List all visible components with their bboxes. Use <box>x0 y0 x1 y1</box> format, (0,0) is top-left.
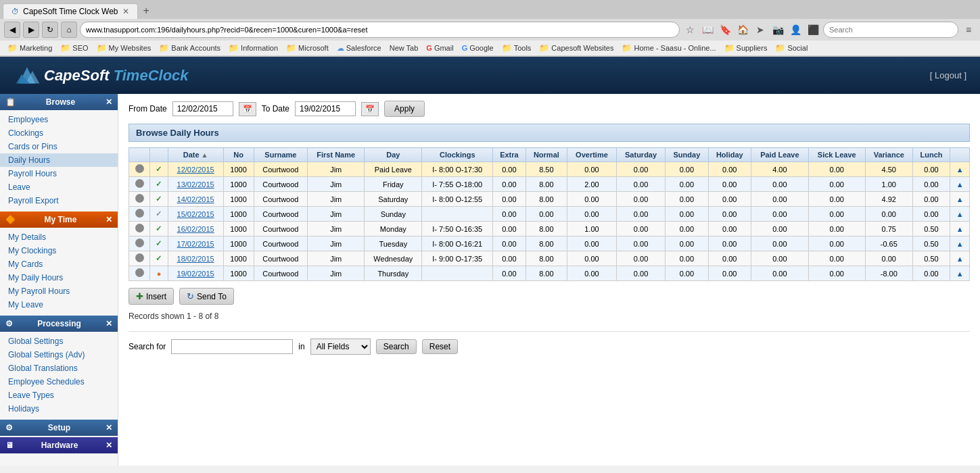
status-circle-cell[interactable] <box>129 162 150 177</box>
bookmark-microsoft[interactable]: 📁Microsoft <box>283 42 332 54</box>
sidebar-link-global-settings-adv[interactable]: Global Settings (Adv) <box>0 348 118 362</box>
browser-tab[interactable]: ⏱ CapeSoft Time Clock Web ✕ <box>3 3 138 19</box>
search-input[interactable] <box>171 339 293 354</box>
sidebar-link-my-leave[interactable]: My Leave <box>0 298 118 312</box>
bookmark-capesoft[interactable]: 📁Capesoft Websites <box>536 42 617 54</box>
bookmark-suppliers[interactable]: 📁Suppliers <box>721 42 771 54</box>
sidebar-link-payroll-export[interactable]: Payroll Export <box>0 194 118 207</box>
apply-button[interactable]: Apply <box>384 101 425 117</box>
bookmark-seo[interactable]: 📁SEO <box>57 42 91 54</box>
sidebar-link-global-translations[interactable]: Global Translations <box>0 362 118 375</box>
bookmark-google[interactable]: GGoogle <box>459 43 497 53</box>
row-action-cell[interactable]: ▲ <box>950 222 970 236</box>
status-circle-cell[interactable] <box>129 177 150 192</box>
to-date-input[interactable] <box>295 101 356 116</box>
status-check-cell[interactable]: ✓ <box>150 207 168 222</box>
bookmark-information[interactable]: 📁Information <box>225 42 281 54</box>
date-cell[interactable]: 16/02/2015 <box>168 222 223 236</box>
date-cell[interactable]: 19/02/2015 <box>168 266 223 281</box>
reading-mode-icon[interactable]: 📖 <box>700 22 715 37</box>
tab-close-button[interactable]: ✕ <box>122 7 129 16</box>
back-button[interactable]: ◀ <box>4 22 20 38</box>
sidebar-link-holidays[interactable]: Holidays <box>0 402 118 416</box>
sidebar-link-global-settings[interactable]: Global Settings <box>0 334 118 348</box>
search-button[interactable]: Search <box>376 339 417 354</box>
reset-button[interactable]: Reset <box>422 339 458 354</box>
home-icon[interactable]: 🏠 <box>735 22 750 37</box>
row-action-cell[interactable]: ▲ <box>950 177 970 192</box>
row-action-cell[interactable]: ▲ <box>950 236 970 251</box>
new-tab-button[interactable]: + <box>138 2 155 20</box>
extension-icon[interactable]: ⬛ <box>806 22 820 37</box>
date-cell[interactable]: 13/02/2015 <box>168 177 223 192</box>
profile-icon[interactable]: 👤 <box>788 22 803 37</box>
share-icon[interactable]: ➤ <box>753 22 768 37</box>
status-circle-cell[interactable] <box>129 207 150 222</box>
bookmark-star-icon[interactable]: ☆ <box>682 22 697 37</box>
sidebar-header-hardware[interactable]: 🖥 Hardware ✕ <box>0 437 118 453</box>
sidebar-header-browse[interactable]: 📋 Browse ✕ <box>0 94 118 110</box>
insert-button[interactable]: ✚ Insert <box>129 288 174 305</box>
sidebar-link-my-clockings[interactable]: My Clockings <box>0 244 118 257</box>
sidebar-link-my-daily-hours[interactable]: My Daily Hours <box>0 271 118 284</box>
date-cell[interactable]: 12/02/2015 <box>168 162 223 177</box>
bookmark-gmail[interactable]: GGmail <box>423 43 457 53</box>
bookmark-bank[interactable]: 📁Bank Accounts <box>156 42 224 54</box>
bookmark-social[interactable]: 📁Social <box>772 42 811 54</box>
bookmark-tools[interactable]: 📁Tools <box>498 42 535 54</box>
sidebar-link-cards-pins[interactable]: Cards or Pins <box>0 140 118 153</box>
row-action-cell[interactable]: ▲ <box>950 251 970 266</box>
sidebar-header-processing[interactable]: ⚙ Processing ✕ <box>0 316 118 332</box>
from-date-input[interactable] <box>172 101 233 116</box>
row-action-cell[interactable]: ▲ <box>950 192 970 207</box>
row-action-cell[interactable]: ▲ <box>950 162 970 177</box>
status-circle-cell[interactable] <box>129 192 150 207</box>
status-circle-cell[interactable] <box>129 236 150 251</box>
bookmark-mywebsites[interactable]: 📁My Websites <box>93 42 155 54</box>
sidebar-link-my-cards[interactable]: My Cards <box>0 257 118 271</box>
status-circle-cell[interactable] <box>129 222 150 236</box>
sidebar-link-my-details[interactable]: My Details <box>0 230 118 244</box>
browser-search-input[interactable] <box>823 22 958 38</box>
logout-button[interactable]: [ Logout ] <box>930 70 966 80</box>
status-check-cell[interactable]: ✓ <box>150 251 168 266</box>
sidebar-header-setup[interactable]: ⚙ Setup ✕ <box>0 420 118 436</box>
date-cell[interactable]: 17/02/2015 <box>168 236 223 251</box>
sidebar-link-employees[interactable]: Employees <box>0 113 118 126</box>
menu-icon[interactable]: ≡ <box>961 22 976 37</box>
sidebar-link-leave-types[interactable]: Leave Types <box>0 389 118 402</box>
status-circle-cell[interactable] <box>129 266 150 281</box>
row-action-cell[interactable]: ▲ <box>950 207 970 222</box>
status-check-cell[interactable]: ✓ <box>150 162 168 177</box>
status-circle-cell[interactable] <box>129 251 150 266</box>
search-field-select[interactable]: All Fields Date Surname First Name Day C… <box>310 339 371 355</box>
reload-button[interactable]: ↻ <box>42 22 58 38</box>
pocket-icon[interactable]: 🔖 <box>718 22 732 37</box>
status-check-cell[interactable]: ✓ <box>150 192 168 207</box>
screenshot-icon[interactable]: 📷 <box>770 22 785 37</box>
status-check-cell[interactable]: ✓ <box>150 177 168 192</box>
sidebar-link-payroll-hours[interactable]: Payroll Hours <box>0 167 118 180</box>
bookmark-marketing[interactable]: 📁Marketing <box>4 42 55 54</box>
sidebar-link-clockings[interactable]: Clockings <box>0 126 118 140</box>
bookmark-newtab[interactable]: New Tab <box>386 43 422 53</box>
sidebar-link-leave[interactable]: Leave <box>0 180 118 194</box>
sidebar-link-daily-hours[interactable]: Daily Hours <box>0 153 118 167</box>
forward-button[interactable]: ▶ <box>23 22 39 38</box>
status-check-cell[interactable]: ● <box>150 266 168 281</box>
status-check-cell[interactable]: ✓ <box>150 222 168 236</box>
home-button[interactable]: ⌂ <box>61 22 77 38</box>
th-date[interactable]: Date ▲ <box>168 148 223 162</box>
from-date-calendar-button[interactable]: 📅 <box>239 102 256 116</box>
bookmark-salesforce[interactable]: ☁Salesforce <box>333 43 385 54</box>
sidebar-header-my-time[interactable]: 🔶 My Time ✕ <box>0 211 118 228</box>
to-date-calendar-button[interactable]: 📅 <box>361 102 379 116</box>
sidebar-link-employee-schedules[interactable]: Employee Schedules <box>0 375 118 389</box>
date-cell[interactable]: 14/02/2015 <box>168 192 223 207</box>
date-cell[interactable]: 15/02/2015 <box>168 207 223 222</box>
send-to-button[interactable]: ↻ Send To <box>179 288 234 305</box>
date-cell[interactable]: 18/02/2015 <box>168 251 223 266</box>
status-check-cell[interactable]: ✓ <box>150 236 168 251</box>
row-action-cell[interactable]: ▲ <box>950 266 970 281</box>
sidebar-link-my-payroll-hours[interactable]: My Payroll Hours <box>0 284 118 298</box>
